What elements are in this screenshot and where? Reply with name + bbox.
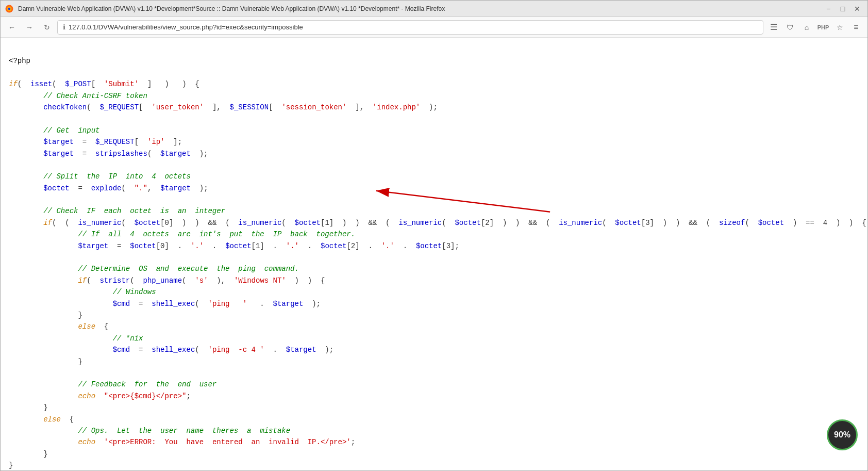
back-button[interactable]: ← [5, 20, 19, 35]
lock-icon: ℹ [63, 23, 65, 31]
title-bar: Damn Vulnerable Web Application (DVWA) v… [1, 1, 867, 17]
shield-icon[interactable]: 🛡 [783, 20, 797, 35]
address-bar[interactable]: ℹ 127.0.0.1/DVWA/vulnerabilities/view_so… [57, 20, 763, 35]
window-controls: − □ ✕ [822, 3, 863, 15]
bookmark-icon[interactable]: ☰ [766, 20, 781, 35]
firefox-icon [5, 4, 14, 13]
php-badge[interactable]: PHP [816, 20, 830, 35]
score-badge: 90% [827, 419, 858, 450]
code-content: <?php if( isset( $_POST[ 'Submit' ] ) ) … [9, 44, 859, 470]
svg-point-2 [8, 7, 11, 10]
close-button[interactable]: ✕ [851, 3, 863, 15]
menu-icon[interactable]: ≡ [849, 20, 863, 35]
reload-button[interactable]: ↻ [40, 20, 54, 35]
url-text: 127.0.0.1/DVWA/vulnerabilities/view_sour… [69, 23, 303, 31]
window-title: Damn Vulnerable Web Application (DVWA) v… [18, 5, 818, 12]
forward-button[interactable]: → [22, 20, 37, 35]
browser-window: Damn Vulnerable Web Application (DVWA) v… [0, 0, 868, 471]
nav-right-icons: ☰ 🛡 ⌂ PHP ☆ ≡ [766, 20, 863, 35]
nav-bar: ← → ↻ ℹ 127.0.0.1/DVWA/vulnerabilities/v… [1, 17, 867, 38]
minimize-button[interactable]: − [822, 3, 834, 15]
home-icon[interactable]: ⌂ [799, 20, 814, 35]
maximize-button[interactable]: □ [837, 3, 849, 15]
code-container[interactable]: <?php if( isset( $_POST[ 'Submit' ] ) ) … [1, 38, 867, 470]
star-icon[interactable]: ☆ [832, 20, 847, 35]
